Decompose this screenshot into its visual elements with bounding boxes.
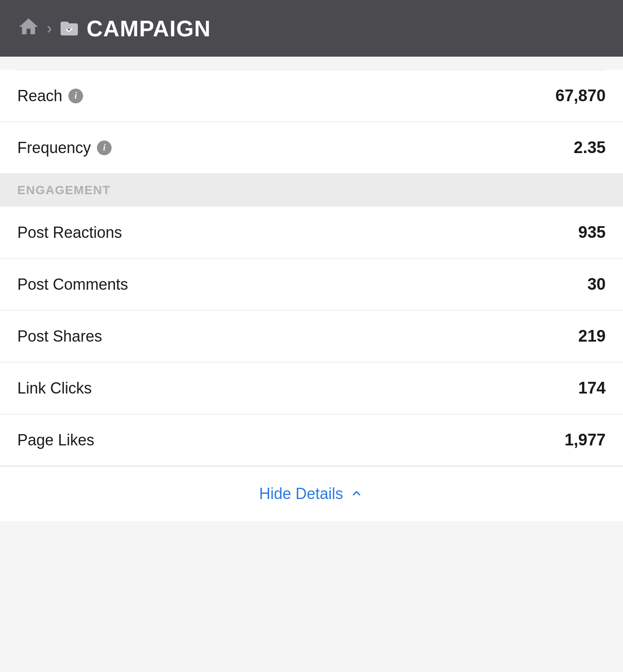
home-icon[interactable] (17, 16, 40, 41)
page-header: › CAMPAIGN (0, 0, 623, 57)
reach-row: Reach i 67,870 (0, 70, 623, 122)
post-comments-value: 30 (588, 275, 606, 294)
engagement-section-header: ENGAGEMENT (0, 174, 623, 207)
frequency-label-group: Frequency i (17, 139, 112, 157)
reach-label: Reach (17, 87, 62, 105)
post-shares-row: Post Shares 219 (0, 310, 623, 362)
link-clicks-row: Link Clicks 174 (0, 362, 623, 414)
page-title: CAMPAIGN (87, 16, 211, 42)
page-likes-label: Page Likes (17, 431, 94, 449)
post-shares-label: Post Shares (17, 327, 102, 346)
post-reactions-label: Post Reactions (17, 224, 122, 242)
post-reactions-row: Post Reactions 935 (0, 207, 623, 259)
link-clicks-label-group: Link Clicks (17, 379, 92, 397)
hide-details-button[interactable]: Hide Details (0, 466, 623, 521)
post-comments-row: Post Comments 30 (0, 259, 623, 310)
engagement-header-label: ENGAGEMENT (17, 183, 111, 197)
post-shares-value: 219 (578, 327, 606, 346)
page-likes-value: 1,977 (565, 431, 606, 449)
hide-details-label: Hide Details (259, 485, 343, 503)
content-area: Reach i 67,870 Frequency i 2.35 ENGAGEME… (0, 70, 623, 521)
chevron-up-icon (349, 486, 364, 502)
post-comments-label: Post Comments (17, 275, 128, 294)
post-reactions-label-group: Post Reactions (17, 224, 122, 242)
frequency-info-icon[interactable]: i (97, 141, 112, 155)
reach-value: 67,870 (556, 86, 606, 105)
post-shares-label-group: Post Shares (17, 327, 102, 346)
page-likes-row: Page Likes 1,977 (0, 414, 623, 466)
frequency-label: Frequency (17, 139, 91, 157)
frequency-value: 2.35 (574, 138, 606, 157)
breadcrumb-chevron-icon: › (47, 21, 52, 36)
page-likes-label-group: Page Likes (17, 431, 94, 449)
post-comments-label-group: Post Comments (17, 275, 128, 294)
campaign-folder-icon (59, 18, 80, 39)
reach-info-icon[interactable]: i (68, 89, 83, 103)
frequency-row: Frequency i 2.35 (0, 122, 623, 174)
link-clicks-value: 174 (578, 379, 606, 397)
post-reactions-value: 935 (578, 223, 606, 242)
link-clicks-label: Link Clicks (17, 379, 92, 397)
reach-label-group: Reach i (17, 87, 83, 105)
